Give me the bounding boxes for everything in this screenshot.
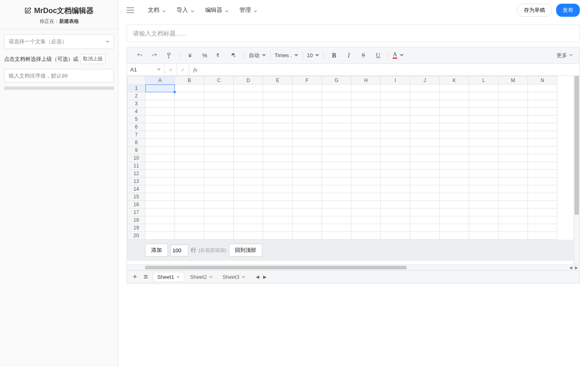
cell[interactable]: [322, 92, 351, 100]
cell[interactable]: [528, 123, 557, 131]
column-header[interactable]: K: [440, 76, 469, 85]
cell[interactable]: [528, 147, 557, 154]
tab-next-icon[interactable]: ▶: [263, 274, 266, 280]
cell[interactable]: [293, 154, 322, 162]
cell[interactable]: [469, 209, 499, 216]
decrease-decimal-button[interactable]: .0: [214, 50, 225, 61]
column-header[interactable]: M: [499, 76, 528, 85]
cell[interactable]: [440, 224, 469, 232]
cell[interactable]: [528, 162, 557, 170]
cell[interactable]: [351, 201, 381, 209]
cell[interactable]: [469, 100, 499, 108]
cell[interactable]: [204, 131, 234, 139]
cell[interactable]: [234, 185, 263, 193]
cell[interactable]: [499, 224, 528, 232]
cell[interactable]: [322, 147, 351, 154]
row-header[interactable]: 12: [127, 170, 145, 178]
grid-corner[interactable]: [127, 76, 145, 85]
cell[interactable]: [440, 147, 469, 154]
row-header[interactable]: 9: [127, 147, 145, 154]
cell[interactable]: [499, 147, 528, 154]
cell[interactable]: [263, 209, 293, 216]
cell[interactable]: [381, 116, 410, 123]
cell[interactable]: [204, 162, 234, 170]
format-select[interactable]: 自动: [246, 52, 268, 59]
column-header[interactable]: G: [322, 76, 351, 85]
cell[interactable]: [204, 116, 234, 123]
row-header[interactable]: 2: [127, 92, 145, 100]
cell[interactable]: [469, 108, 499, 116]
cell[interactable]: [410, 123, 440, 131]
cell[interactable]: [234, 209, 263, 216]
cell[interactable]: [440, 154, 469, 162]
cell[interactable]: [322, 131, 351, 139]
row-header[interactable]: 1: [127, 85, 145, 92]
cell[interactable]: [293, 178, 322, 185]
horizontal-scrollbar[interactable]: ◀▶: [127, 265, 579, 270]
cell[interactable]: [499, 85, 528, 92]
row-header[interactable]: 13: [127, 178, 145, 185]
cell[interactable]: [145, 201, 175, 209]
cell[interactable]: [381, 162, 410, 170]
cell[interactable]: [175, 139, 204, 147]
cell[interactable]: [351, 100, 381, 108]
cell[interactable]: [145, 92, 175, 100]
cell[interactable]: [322, 209, 351, 216]
cell[interactable]: [204, 147, 234, 154]
cell[interactable]: [469, 139, 499, 147]
cell[interactable]: [381, 170, 410, 178]
cell[interactable]: [351, 85, 381, 92]
tab-prev-icon[interactable]: ◀: [256, 274, 259, 280]
cell[interactable]: [351, 154, 381, 162]
cell[interactable]: [293, 162, 322, 170]
cell[interactable]: [293, 147, 322, 154]
row-header[interactable]: 4: [127, 108, 145, 116]
cell[interactable]: [381, 108, 410, 116]
cell[interactable]: [263, 193, 293, 201]
cell[interactable]: [175, 209, 204, 216]
strikethrough-button[interactable]: S: [358, 50, 369, 61]
cell[interactable]: [204, 178, 234, 185]
cell[interactable]: [351, 209, 381, 216]
cell[interactable]: [440, 139, 469, 147]
cell[interactable]: [469, 131, 499, 139]
sheet-tab[interactable]: Sheet3: [218, 272, 249, 282]
cell[interactable]: [410, 216, 440, 224]
cell[interactable]: [204, 139, 234, 147]
cell[interactable]: [145, 100, 175, 108]
row-header[interactable]: 7: [127, 131, 145, 139]
cell[interactable]: [204, 209, 234, 216]
cell[interactable]: [499, 185, 528, 193]
cell[interactable]: [322, 108, 351, 116]
cell[interactable]: [469, 123, 499, 131]
bold-button[interactable]: B: [329, 50, 339, 61]
cell[interactable]: [499, 162, 528, 170]
cell[interactable]: [528, 154, 557, 162]
cell[interactable]: [175, 85, 204, 92]
cell[interactable]: [351, 178, 381, 185]
cell[interactable]: [175, 92, 204, 100]
cell[interactable]: [234, 108, 263, 116]
column-header[interactable]: B: [175, 76, 204, 85]
cell[interactable]: [263, 123, 293, 131]
cell[interactable]: [234, 100, 263, 108]
cell[interactable]: [293, 131, 322, 139]
cell[interactable]: [145, 209, 175, 216]
cell[interactable]: [145, 123, 175, 131]
cell[interactable]: [322, 232, 351, 240]
cell[interactable]: [322, 170, 351, 178]
cell[interactable]: [263, 224, 293, 232]
row-header[interactable]: 11: [127, 162, 145, 170]
cell[interactable]: [293, 170, 322, 178]
cell[interactable]: [204, 100, 234, 108]
formula-input[interactable]: [201, 64, 579, 76]
cell[interactable]: [175, 154, 204, 162]
cell[interactable]: [263, 154, 293, 162]
cell[interactable]: [499, 170, 528, 178]
cell[interactable]: [410, 224, 440, 232]
row-header[interactable]: 20: [127, 232, 145, 240]
cell[interactable]: [381, 232, 410, 240]
column-header[interactable]: N: [528, 76, 557, 85]
cell[interactable]: [528, 178, 557, 185]
cell[interactable]: [410, 185, 440, 193]
